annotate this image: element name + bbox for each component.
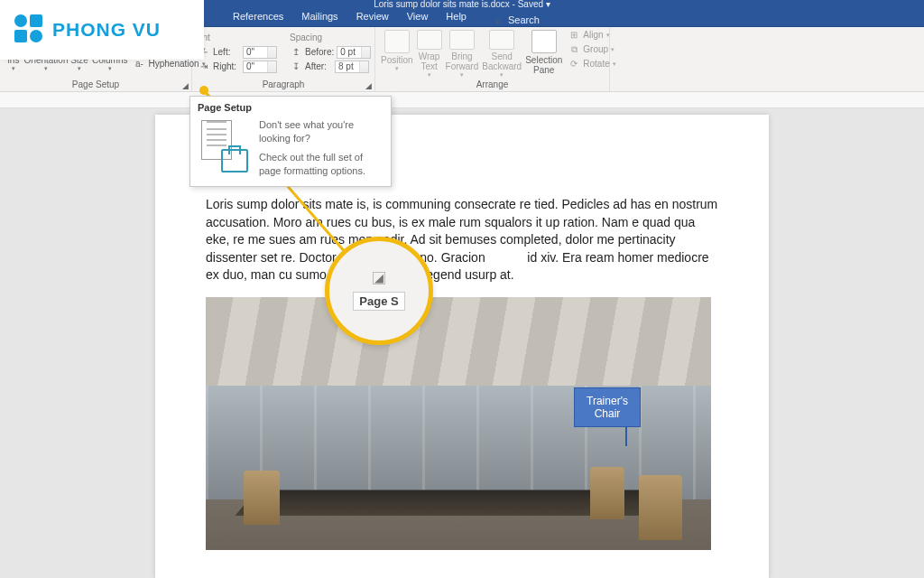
- tooltip-line2: Check out the full set of page formattin…: [259, 151, 383, 178]
- page-setup-tooltip: Page Setup Don't see what you're looking…: [189, 96, 392, 187]
- zoom-label: Page S: [353, 292, 404, 311]
- tooltip-illustration: [198, 118, 250, 172]
- zoom-dialog-launcher-icon: ◢: [373, 272, 385, 284]
- logo-text: PHONG VU: [52, 19, 161, 41]
- tooltip-line1: Don't see what you're looking for?: [259, 118, 383, 145]
- annotation-pointer-line: [0, 0, 924, 578]
- magnifier-circle: ◢ Page S: [325, 237, 433, 345]
- tooltip-title: Page Setup: [198, 102, 383, 113]
- logo-icon: [14, 14, 45, 45]
- watermark-logo: PHONG VU: [0, 0, 204, 60]
